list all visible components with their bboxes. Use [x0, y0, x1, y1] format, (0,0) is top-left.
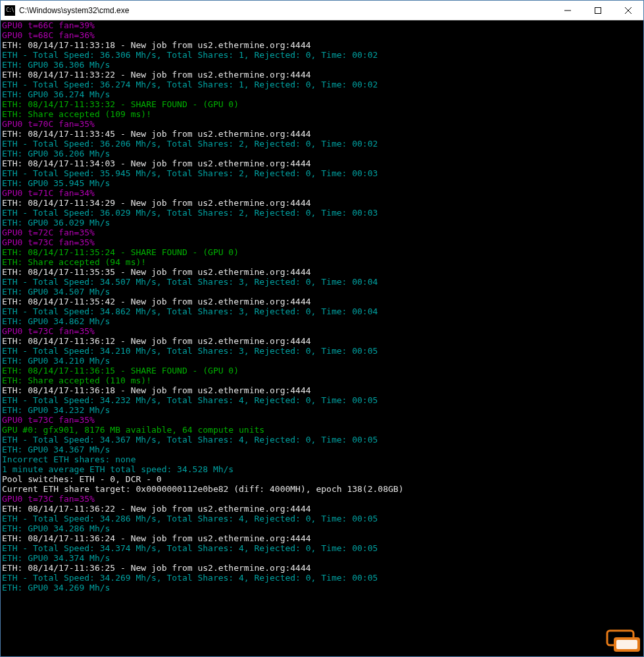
close-button[interactable] — [613, 1, 643, 20]
terminal-line: ETH: 08/14/17-11:35:24 - SHARE FOUND - (… — [2, 247, 642, 257]
terminal-line: GPU0 t=72C fan=35% — [2, 228, 642, 237]
terminal-line: ETH - Total Speed: 34.232 Mh/s, Total Sh… — [2, 395, 642, 405]
terminal-line: ETH: GPU0 34.269 Mh/s — [2, 583, 642, 593]
terminal-line: ETH: GPU0 34.507 Mh/s — [2, 287, 642, 297]
close-icon — [625, 7, 632, 14]
terminal-line: ETH: 08/14/17-11:36:15 - SHARE FOUND - (… — [2, 366, 642, 376]
terminal-line: ETH: GPU0 34.862 Mh/s — [2, 316, 642, 326]
watermark-logo — [595, 628, 643, 656]
terminal-line: Pool switches: ETH - 0, DCR - 0 — [2, 474, 642, 484]
terminal-line: ETH: GPU0 34.374 Mh/s — [2, 553, 642, 563]
terminal-line: ETH: GPU0 36.206 Mh/s — [2, 149, 642, 158]
terminal-line: 1 minute average ETH total speed: 34.528… — [2, 464, 642, 474]
terminal-line: Current ETH share target: 0x0000000112e0… — [2, 484, 642, 494]
terminal-line: GPU0 t=73C fan=35% — [2, 326, 642, 336]
terminal-line: ETH: GPU0 34.232 Mh/s — [2, 405, 642, 415]
terminal-line: GPU0 t=73C fan=35% — [2, 415, 642, 425]
terminal-line: ETH: GPU0 35.945 Mh/s — [2, 178, 642, 188]
terminal-line: ETH - Total Speed: 36.029 Mh/s, Total Sh… — [2, 208, 642, 218]
terminal-line: ETH - Total Speed: 36.206 Mh/s, Total Sh… — [2, 139, 642, 149]
svg-rect-6 — [616, 640, 637, 649]
terminal-line: ETH: 08/14/17-11:35:42 - New job from us… — [2, 297, 642, 306]
terminal-line: ETH - Total Speed: 34.507 Mh/s, Total Sh… — [2, 277, 642, 287]
terminal-line: ETH: 08/14/17-11:33:45 - New job from us… — [2, 129, 642, 139]
terminal-line: ETH: GPU0 34.286 Mh/s — [2, 523, 642, 533]
maximize-button[interactable] — [583, 1, 613, 20]
terminal-line: ETH - Total Speed: 34.210 Mh/s, Total Sh… — [2, 346, 642, 356]
cmd-window: C:\ C:\Windows\system32\cmd.exe GPU0 t=6… — [0, 0, 644, 657]
terminal-line: GPU0 t=73C fan=35% — [2, 494, 642, 504]
svg-rect-1 — [595, 7, 601, 13]
terminal-line: ETH - Total Speed: 36.306 Mh/s, Total Sh… — [2, 50, 642, 60]
terminal-line: Incorrect ETH shares: none — [2, 454, 642, 464]
terminal-line: ETH: 08/14/17-11:34:03 - New job from us… — [2, 158, 642, 168]
terminal-line: ETH: Share accepted (109 ms)! — [2, 109, 642, 119]
maximize-icon — [595, 7, 601, 14]
minimize-icon — [564, 7, 571, 14]
terminal-line: ETH: 08/14/17-11:36:24 - New job from us… — [2, 533, 642, 543]
terminal-line: ETH: 08/14/17-11:36:25 - New job from us… — [2, 563, 642, 573]
cmd-icon: C:\ — [5, 5, 15, 16]
terminal-line: ETH - Total Speed: 36.274 Mh/s, Total Sh… — [2, 80, 642, 89]
terminal-line: ETH - Total Speed: 34.286 Mh/s, Total Sh… — [2, 514, 642, 523]
terminal-line: ETH: GPU0 34.367 Mh/s — [2, 445, 642, 454]
titlebar[interactable]: C:\ C:\Windows\system32\cmd.exe — [1, 1, 643, 20]
terminal-line: ETH: 08/14/17-11:36:22 - New job from us… — [2, 504, 642, 514]
terminal-line: ETH: 08/14/17-11:33:32 - SHARE FOUND - (… — [2, 99, 642, 109]
terminal-line: ETH: GPU0 36.029 Mh/s — [2, 218, 642, 228]
terminal-line: ETH: Share accepted (94 ms)! — [2, 257, 642, 267]
terminal-line: ETH - Total Speed: 34.367 Mh/s, Total Sh… — [2, 435, 642, 445]
terminal-line: ETH: Share accepted (110 ms)! — [2, 376, 642, 385]
terminal-line: ETH: 08/14/17-11:36:12 - New job from us… — [2, 336, 642, 346]
terminal-line: ETH: 08/14/17-11:36:18 - New job from us… — [2, 385, 642, 395]
terminal-line: GPU #0: gfx901, 8176 MB available, 64 co… — [2, 425, 642, 435]
terminal-output[interactable]: GPU0 t=66C fan=39%GPU0 t=68C fan=36%ETH:… — [1, 20, 643, 656]
terminal-line: ETH - Total Speed: 34.374 Mh/s, Total Sh… — [2, 543, 642, 553]
terminal-line: ETH - Total Speed: 35.945 Mh/s, Total Sh… — [2, 168, 642, 178]
terminal-line: GPU0 t=70C fan=35% — [2, 119, 642, 129]
terminal-line: ETH: 08/14/17-11:33:18 - New job from us… — [2, 40, 642, 50]
terminal-line: ETH - Total Speed: 34.862 Mh/s, Total Sh… — [2, 306, 642, 316]
terminal-line: ETH: 08/14/17-11:35:35 - New job from us… — [2, 267, 642, 277]
terminal-line: ETH: 08/14/17-11:33:22 - New job from us… — [2, 70, 642, 80]
terminal-line: GPU0 t=68C fan=36% — [2, 30, 642, 40]
terminal-line: ETH - Total Speed: 34.269 Mh/s, Total Sh… — [2, 573, 642, 583]
terminal-line: ETH: 08/14/17-11:34:29 - New job from us… — [2, 198, 642, 208]
terminal-line: ETH: GPU0 36.306 Mh/s — [2, 60, 642, 70]
terminal-line: GPU0 t=71C fan=34% — [2, 188, 642, 198]
window-title: C:\Windows\system32\cmd.exe — [19, 6, 553, 15]
terminal-line: ETH: GPU0 36.274 Mh/s — [2, 89, 642, 99]
terminal-line: GPU0 t=73C fan=35% — [2, 237, 642, 247]
minimize-button[interactable] — [553, 1, 583, 20]
terminal-line: ETH: GPU0 34.210 Mh/s — [2, 356, 642, 366]
terminal-line: GPU0 t=66C fan=39% — [2, 20, 642, 30]
window-controls — [553, 1, 643, 20]
